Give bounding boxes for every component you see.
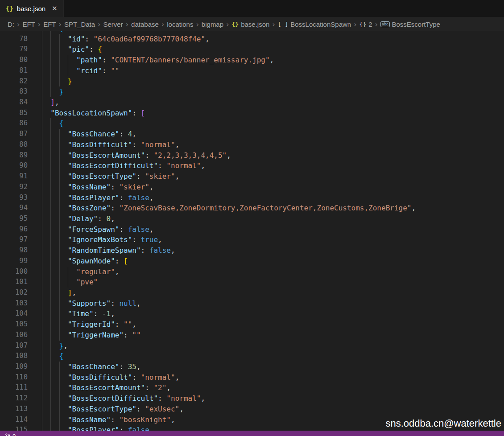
code-line[interactable]: 97"IgnoreMaxBots": true, <box>0 234 504 245</box>
code-content: "path": "CONTENT/banners/banner_emissary… <box>28 55 274 66</box>
code-line[interactable]: 85"BossLocationSpawn": [ <box>0 108 504 119</box>
line-number: 102 <box>0 288 28 298</box>
code-line[interactable]: 95"Delay": 0, <box>0 214 504 224</box>
code-line[interactable]: 84], <box>0 97 504 108</box>
breadcrumb-item-spt-data[interactable]: SPT_Data <box>64 21 95 28</box>
breadcrumb-label: base.json <box>241 21 269 28</box>
code-line[interactable]: 108{ <box>0 351 504 362</box>
code-token: : <box>111 204 119 212</box>
breadcrumb-item-bosslocationspawn[interactable]: [ ]BossLocationSpawn <box>278 21 351 28</box>
code-token: ] <box>68 288 72 297</box>
indent-guides <box>42 66 76 76</box>
breadcrumb-item-eft[interactable]: EFT <box>22 21 35 28</box>
code-line[interactable]: 93"BossPlayer": false, <box>0 193 504 203</box>
code-line[interactable]: 83} <box>0 86 504 97</box>
code-token: , <box>149 225 154 234</box>
code-line[interactable]: 98"RandomTimeSpawn": false, <box>0 245 504 256</box>
code-line[interactable]: 86{ <box>0 118 504 129</box>
breadcrumb-item-bigmap[interactable]: bigmap <box>202 21 223 28</box>
code-token: false <box>128 225 149 234</box>
code-line[interactable]: 107}, <box>0 341 504 351</box>
line-number: 97 <box>0 234 28 245</box>
code-line[interactable]: 92"BossName": "skier", <box>0 182 504 193</box>
breadcrumb-label: EFT <box>43 21 56 28</box>
code-token: "BossEscortDifficult" <box>68 161 158 170</box>
code-line[interactable]: 101"pve" <box>0 277 504 288</box>
code-token: [ <box>141 109 145 117</box>
code-token: "normal" <box>141 373 175 382</box>
indent-guides <box>42 425 68 431</box>
breadcrumb-item-d-[interactable]: D: <box>8 21 14 28</box>
breadcrumb-item-locations[interactable]: locations <box>167 21 193 28</box>
line-number: 115 <box>0 425 28 431</box>
code-token: "exUsec" <box>145 405 179 413</box>
code-line[interactable]: 109"BossChance": 35, <box>0 362 504 372</box>
line-number: 103 <box>0 298 28 309</box>
code-line[interactable]: 104"Time": -1, <box>0 308 504 319</box>
status-bar: 0 <box>0 431 504 436</box>
code-line[interactable]: 110"BossDifficult": "normal", <box>0 372 504 383</box>
code-line[interactable]: 80"path": "CONTENT/banners/banner_emissa… <box>0 55 504 66</box>
git-branch-icon[interactable] <box>4 433 11 436</box>
code-line[interactable]: 89"BossEscortAmount": "2,2,3,3,3,4,4,5", <box>0 150 504 161</box>
breadcrumb-label: Server <box>103 21 123 28</box>
line-number: 89 <box>0 150 28 161</box>
code-token: "BossEscortAmount" <box>68 151 145 160</box>
code-token: } <box>59 87 64 96</box>
code-line[interactable]: 112"BossEscortDifficult": "normal", <box>0 393 504 404</box>
breadcrumb-item-eft[interactable]: EFT <box>43 21 56 28</box>
breadcrumb-item-bossescorttype[interactable]: abcBossEscortType <box>380 21 440 28</box>
breadcrumb-item-database[interactable]: database <box>131 21 159 28</box>
code-line[interactable]: 99"SpawnMode": [ <box>0 256 504 267</box>
code-editor[interactable]: 77{78"id": "64c0ad6af99768b777048f4e",79… <box>0 17 504 431</box>
code-line[interactable]: 100"regular", <box>0 267 504 277</box>
code-line[interactable]: 113"BossEscortType": "exUsec", <box>0 404 504 415</box>
breadcrumb-label: bigmap <box>202 21 223 28</box>
code-content: }, <box>28 341 68 351</box>
code-content: "BossEscortDifficult": "normal", <box>28 160 205 171</box>
json-braces-icon: {} <box>231 21 239 28</box>
code-token: : <box>136 405 145 413</box>
code-line[interactable]: 79"pic": { <box>0 44 504 55</box>
code-token: : <box>132 109 140 117</box>
tab-base-json[interactable]: {} base.json ✕ <box>0 0 64 17</box>
line-number: 101 <box>0 277 28 288</box>
indent-guides <box>42 171 68 182</box>
code-content: } <box>28 86 63 97</box>
code-token: "pve" <box>76 278 98 286</box>
code-line[interactable]: 103"Supports": null, <box>0 298 504 309</box>
code-line[interactable]: 94"BossZone": "ZoneScavBase,ZoneDormitor… <box>0 203 504 214</box>
branch-changes-count[interactable]: 0 <box>12 433 16 436</box>
line-number: 98 <box>0 245 28 256</box>
code-content: ], <box>28 97 59 108</box>
breadcrumb-item-server[interactable]: Server <box>103 21 123 28</box>
code-line[interactable]: 78"id": "64c0ad6af99768b777048f4e", <box>0 34 504 45</box>
code-token: "IgnoreMaxBots" <box>68 235 132 244</box>
code-line[interactable]: 96"ForceSpawn": false, <box>0 224 504 235</box>
code-line[interactable]: 102], <box>0 288 504 298</box>
code-line[interactable]: 105"TriggerId": "", <box>0 319 504 330</box>
indent-guides <box>42 234 68 245</box>
code-line[interactable]: 81"rcid": "" <box>0 66 504 76</box>
code-line[interactable]: 106"TriggerName": "" <box>0 330 504 341</box>
code-token: 0 <box>107 214 111 223</box>
code-line[interactable]: 87"BossChance": 4, <box>0 129 504 140</box>
code-line[interactable]: 82} <box>0 76 504 87</box>
indent-guides <box>42 108 50 119</box>
code-token: : <box>136 172 145 181</box>
indent-guides <box>42 150 68 161</box>
code-token: false <box>149 246 171 255</box>
code-token: , <box>175 172 180 181</box>
code-content: "BossEscortAmount": "2", <box>28 383 171 393</box>
code-line[interactable]: 91"BossEscortType": "skier", <box>0 171 504 182</box>
code-line[interactable]: 90"BossEscortDifficult": "normal", <box>0 160 504 171</box>
breadcrumb-item-base-json[interactable]: {}base.json <box>231 21 269 28</box>
close-tab-icon[interactable]: ✕ <box>52 4 58 12</box>
breadcrumb-item-2[interactable]: {}2 <box>359 21 372 28</box>
breadcrumb-separator-icon: › <box>38 20 41 29</box>
code-line[interactable]: 88"BossDifficult": "normal", <box>0 140 504 150</box>
code-content: { <box>28 118 63 129</box>
line-number: 81 <box>0 66 28 76</box>
code-token: : <box>111 415 119 424</box>
code-line[interactable]: 111"BossEscortAmount": "2", <box>0 383 504 393</box>
